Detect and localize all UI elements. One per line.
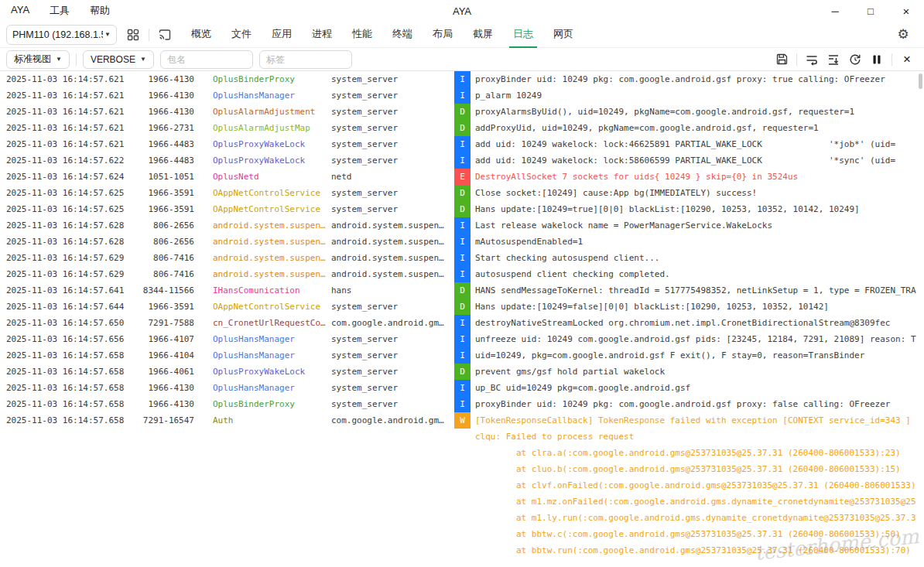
log-row-continuation[interactable]: clqu: Failed to process request — [0, 429, 924, 445]
log-pid-tid: 1966-4130 — [130, 71, 194, 87]
log-package: android.system.suspen… — [331, 217, 454, 234]
menu-item-2[interactable]: 帮助 — [90, 4, 110, 18]
log-tag: OplusBinderProxy — [213, 71, 331, 87]
soft-wrap-icon[interactable] — [801, 50, 823, 69]
tag-filter-input[interactable] — [259, 50, 352, 69]
log-row[interactable]: 2025-11-03 16:14:57.656 1966-4107 OplusH… — [0, 331, 924, 347]
chevron-down-icon: ▼ — [104, 31, 111, 38]
log-row-continuation[interactable]: at clvf.onFailed(:com.google.android.gms… — [0, 477, 924, 494]
vertical-scrollbar[interactable] — [919, 73, 922, 89]
log-tag: OplusHansManager — [213, 87, 331, 104]
column-gap — [194, 87, 213, 104]
log-row[interactable]: 2025-11-03 16:14:57.658 1966-4104 OplusH… — [0, 347, 924, 364]
log-row[interactable]: 2025-11-03 16:14:57.625 1966-3591 OAppNe… — [0, 185, 924, 201]
titlebar: AYA AYA工具帮助 ─ □ × — [0, 0, 924, 22]
log-row[interactable]: 2025-11-03 16:14:57.621 1966-4130 OplusB… — [0, 71, 924, 87]
log-row[interactable]: 2025-11-03 16:14:57.621 1966-4130 OplusH… — [0, 87, 924, 104]
log-row[interactable]: 2025-11-03 16:14:57.624 1051-1051 OplusN… — [0, 169, 924, 185]
menu-item-0[interactable]: AYA — [11, 4, 29, 18]
log-row[interactable]: 2025-11-03 16:14:57.629 806-7416 android… — [0, 266, 924, 282]
pause-log-icon[interactable] — [866, 50, 888, 69]
log-tag: OplusBinderProxy — [213, 396, 331, 412]
log-row[interactable]: 2025-11-03 16:14:57.644 1966-3591 OAppNe… — [0, 299, 924, 315]
log-row[interactable]: 2025-11-03 16:14:57.658 7291-16547 Auth … — [0, 412, 924, 429]
log-pid-tid: 806-7416 — [130, 266, 194, 282]
log-tag: OAppNetControlService — [213, 299, 331, 315]
log-message: add uid: 10249 wakelock: lock:58606599 P… — [471, 152, 924, 169]
clear-log-icon[interactable]: × — [896, 50, 918, 69]
tab-应用[interactable]: 应用 — [268, 22, 296, 48]
log-timestamp: 2025-11-03 16:14:57.625 — [0, 185, 130, 201]
tab-日志[interactable]: 日志 — [509, 22, 537, 48]
view-mode-select[interactable]: 标准视图 ▼ — [6, 50, 70, 69]
log-level-select[interactable]: VERBOSE ▼ — [83, 50, 154, 69]
log-tag: OplusProxyWakeLock — [213, 152, 331, 169]
device-manager-icon[interactable] — [121, 25, 145, 45]
log-pid-tid — [130, 542, 194, 558]
log-package: hans — [331, 282, 454, 299]
log-message: proxyBinder uid: 10249 pkg: com.google.a… — [471, 71, 924, 87]
tab-布局[interactable]: 布局 — [429, 22, 457, 48]
log-timestamp — [0, 445, 130, 461]
window-title: AYA — [0, 5, 924, 17]
scroll-to-end-icon[interactable] — [823, 50, 844, 69]
log-tag — [213, 429, 331, 445]
log-row-continuation[interactable]: at bbtw.run(:com.google.android.gms@2537… — [0, 542, 924, 558]
log-row-continuation[interactable]: at bbtw.c(:com.google.android.gms@253731… — [0, 526, 924, 542]
log-row[interactable]: 2025-11-03 16:14:57.621 1966-2731 OplusA… — [0, 120, 924, 136]
log-row[interactable]: 2025-11-03 16:14:57.621 1966-4483 OplusP… — [0, 136, 924, 152]
tab-终端[interactable]: 终端 — [388, 22, 416, 48]
log-row[interactable]: 2025-11-03 16:14:57.658 1966-4061 OplusP… — [0, 364, 924, 380]
package-filter-input[interactable] — [160, 50, 253, 69]
log-tag: OplusHansManager — [213, 331, 331, 347]
log-message: autosuspend client checking completed. — [471, 266, 924, 282]
log-level-badge: I — [454, 217, 471, 234]
tab-概览[interactable]: 概览 — [187, 22, 215, 48]
log-row-continuation[interactable]: at clra.a(:com.google.android.gms@253731… — [0, 445, 924, 461]
tab-进程[interactable]: 进程 — [308, 22, 336, 48]
log-tag: OplusHansManager — [213, 380, 331, 396]
menu-item-1[interactable]: 工具 — [50, 4, 70, 18]
tab-文件[interactable]: 文件 — [228, 22, 255, 48]
save-log-icon[interactable] — [771, 50, 792, 69]
log-timestamp — [0, 494, 130, 510]
log-row[interactable]: 2025-11-03 16:14:57.628 806-2656 android… — [0, 234, 924, 250]
settings-gear-icon[interactable]: ⚙ — [891, 25, 915, 45]
chevron-down-icon: ▼ — [56, 56, 62, 63]
log-tag: android.system.suspen… — [213, 217, 331, 234]
log-row[interactable]: 2025-11-03 16:14:57.621 1966-4130 OplusA… — [0, 104, 924, 120]
log-row[interactable]: 2025-11-03 16:14:57.658 1966-4130 OplusH… — [0, 380, 924, 396]
log-timestamp: 2025-11-03 16:14:57.628 — [0, 234, 130, 250]
log-tag: OAppNetControlService — [213, 185, 331, 201]
log-level-badge — [454, 445, 471, 461]
device-select[interactable]: PHM110 (192.168.1.54:4 ▼ — [6, 25, 117, 45]
log-package: system_server — [331, 299, 454, 315]
tab-截屏[interactable]: 截屏 — [469, 22, 497, 48]
log-package: system_server — [331, 185, 454, 201]
minimize-button[interactable]: ─ — [817, 0, 853, 22]
log-row[interactable]: 2025-11-03 16:14:57.628 806-2656 android… — [0, 217, 924, 234]
log-row-continuation[interactable]: at cluo.b(:com.google.android.gms@253731… — [0, 461, 924, 477]
close-button[interactable]: × — [888, 0, 924, 22]
column-gap — [194, 266, 213, 282]
screen-cast-icon[interactable] — [153, 25, 176, 45]
log-row-continuation[interactable]: at m1.ly.run(:com.google.android.gms.dyn… — [0, 510, 924, 526]
log-row-continuation[interactable]: at m1.mz.onFailed(:com.google.android.gm… — [0, 494, 924, 510]
log-timestamp — [0, 461, 130, 477]
log-level-badge: I — [454, 315, 471, 331]
tab-网页[interactable]: 网页 — [549, 22, 577, 48]
log-row[interactable]: 2025-11-03 16:14:57.629 806-7416 android… — [0, 250, 924, 266]
restart-logcat-icon[interactable] — [844, 50, 866, 69]
log-row[interactable]: 2025-11-03 16:14:57.625 1966-3591 OAppNe… — [0, 201, 924, 217]
tab-性能[interactable]: 性能 — [348, 22, 376, 48]
log-timestamp: 2025-11-03 16:14:57.656 — [0, 331, 130, 347]
log-row[interactable]: 2025-11-03 16:14:57.650 7291-7588 cn_Cro… — [0, 315, 924, 331]
log-row[interactable]: 2025-11-03 16:14:57.622 1966-4483 OplusP… — [0, 152, 924, 169]
log-tag: OplusAlarmAdjustment — [213, 104, 331, 120]
log-level-badge: D — [454, 120, 471, 136]
log-tag: android.system.suspen… — [213, 250, 331, 266]
log-row[interactable]: 2025-11-03 16:14:57.658 1966-4130 OplusB… — [0, 396, 924, 412]
maximize-button[interactable]: □ — [853, 0, 888, 22]
column-gap — [194, 461, 213, 477]
log-row[interactable]: 2025-11-03 16:14:57.641 8344-11566 IHans… — [0, 282, 924, 299]
